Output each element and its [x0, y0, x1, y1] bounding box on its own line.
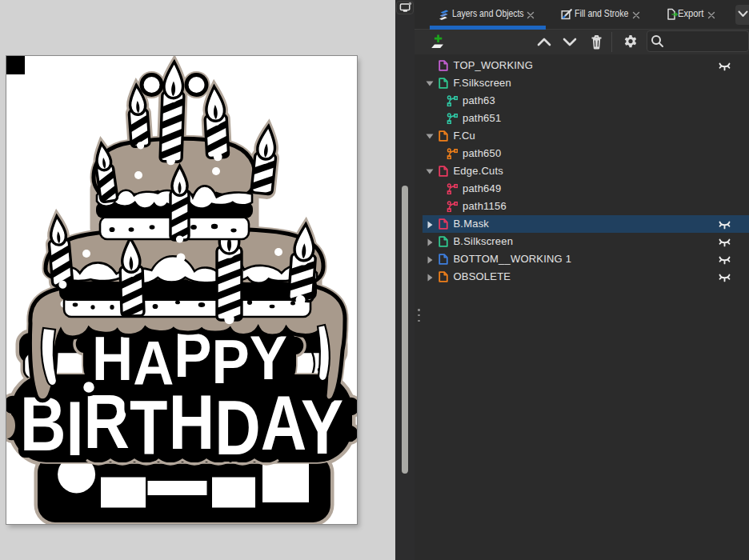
svg-text:BIRTHDAY: BIRTHDAY: [20, 378, 343, 471]
